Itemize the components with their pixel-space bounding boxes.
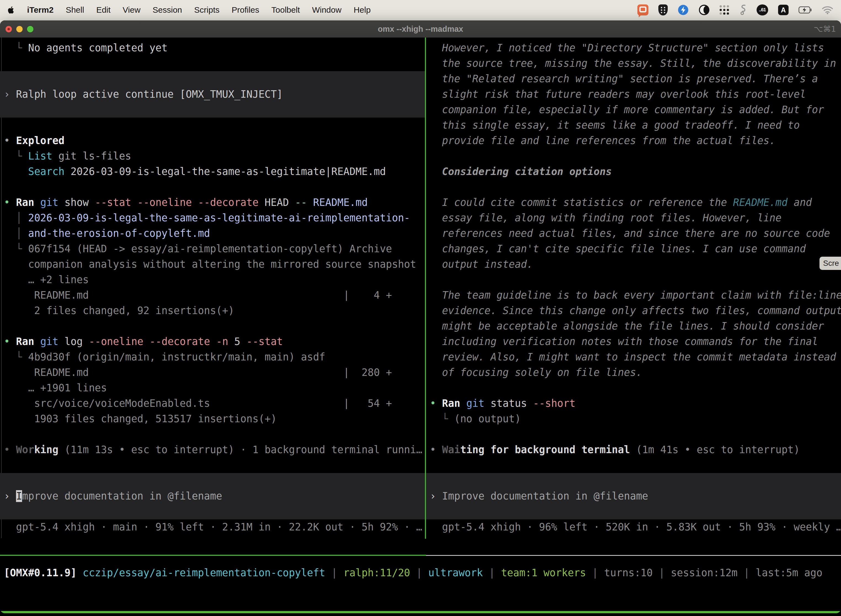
terminal-line: including verification notes with those … — [426, 334, 841, 349]
shield-icon[interactable] — [658, 4, 668, 15]
prompt-input[interactable]: › Improve documentation in @filename — [426, 488, 841, 504]
menu-item-shell[interactable]: Shell — [66, 5, 84, 15]
text-segment: List — [28, 150, 53, 162]
input-source-icon[interactable]: A — [778, 5, 788, 15]
terminal-pane-left[interactable]: └ No agents completed yet› Ralph loop ac… — [0, 38, 425, 538]
text-segment: | — [652, 567, 671, 579]
battery-glyph — [799, 6, 812, 13]
text-segment: ultrawork — [428, 567, 483, 579]
squiggle-icon[interactable] — [739, 4, 747, 16]
terminal-line — [0, 56, 425, 71]
terminal-line: … +2 lines — [0, 272, 425, 287]
text-segment: [OMX#0.11.9] — [4, 567, 77, 579]
text-segment: • — [430, 397, 442, 409]
text-segment: last:5m ago — [756, 567, 822, 579]
dots-grid-icon[interactable] — [719, 5, 729, 15]
text-segment: Ran — [16, 197, 34, 208]
text-segment — [143, 336, 149, 348]
title-bar: omx --xhigh --madmax ⌥⌘1 — [0, 21, 841, 38]
text-segment: 2026-03-09-is-legal-the-same-as-legitima… — [64, 166, 386, 177]
injected-command-banner: › Ralph loop active continue [OMX_TMUX_I… — [0, 87, 425, 102]
terminal-line: • Ran git show --stat --oneline --decora… — [0, 195, 425, 210]
terminal-line: companion analysis without altering the … — [0, 257, 425, 272]
text-segment — [210, 336, 216, 348]
text-segment: --oneline — [89, 336, 144, 348]
blue-bolt-badge-icon[interactable] — [678, 4, 689, 15]
text-segment: -- — [295, 197, 307, 208]
text-segment: and-the-erosion-of-copyleft.md — [28, 227, 210, 239]
text-segment: --oneline — [138, 197, 192, 208]
menu-item-iterm2[interactable]: iTerm2 — [27, 5, 54, 15]
wifi-icon[interactable] — [822, 6, 833, 14]
battery-icon[interactable] — [799, 6, 812, 13]
terminal-line — [426, 179, 841, 195]
text-segment — [4, 166, 28, 177]
text-segment: ting for background terminal — [460, 444, 630, 456]
chat-icon[interactable] — [637, 4, 648, 15]
text-segment: › — [4, 88, 16, 100]
text-segment: and — [788, 197, 812, 208]
text-segment: git ls-files — [53, 150, 131, 162]
menu-item-scripts[interactable]: Scripts — [194, 5, 220, 15]
menu-item-view[interactable]: View — [123, 5, 141, 15]
text-segment: references need actual files, and since … — [430, 227, 830, 239]
terminal-line: └ (no output) — [426, 411, 841, 427]
terminal-pane-right[interactable]: However, I noticed the "Directory Struct… — [426, 38, 841, 538]
chat-bubble — [639, 6, 646, 12]
text-segment: The team guideline is to back every impo… — [430, 289, 841, 301]
crescent-icon[interactable] — [699, 4, 710, 15]
text-segment: • — [430, 444, 442, 456]
text-segment — [131, 197, 138, 208]
terminal-line: └ List git ls-files — [0, 148, 425, 164]
text-segment: --decorate — [198, 197, 259, 208]
text-segment: companion analysis without altering the … — [4, 258, 416, 270]
text-segment: ralph:11/20 — [343, 567, 410, 579]
terminal-line — [0, 427, 425, 442]
text-segment — [34, 336, 40, 348]
text-segment: might be acceptable alongside the file l… — [430, 320, 824, 332]
menu-item-profiles[interactable]: Profiles — [231, 5, 259, 15]
menu-item-edit[interactable]: Edit — [96, 5, 111, 15]
text-segment: evidence. Since this change only affects… — [430, 305, 841, 317]
text-segment: -n — [216, 336, 228, 348]
terminal-line — [0, 102, 425, 117]
text-segment: this single essay, it seems like a good … — [430, 119, 800, 131]
terminal-line — [0, 458, 425, 473]
terminal-line: the source tree, missing the essay. Stil… — [426, 56, 841, 71]
terminal-line: • Explored — [0, 133, 425, 148]
text-segment: However, I noticed the "Directory Struct… — [430, 42, 824, 54]
terminal-line — [0, 473, 425, 488]
text-segment — [192, 197, 198, 208]
text-segment: gpt-5.4 xhigh · 96% left · 520K in · 5.8… — [430, 521, 841, 533]
text-segment: README.md | 4 + — [4, 289, 392, 301]
terminal-line: • Waiting for background terminal (1m 41… — [426, 442, 841, 458]
terminal-line — [0, 117, 425, 133]
terminal-line: might be acceptable alongside the file l… — [426, 318, 841, 334]
text-segment: the "Related research writing" section i… — [430, 73, 818, 85]
text-segment: No agents completed yet — [28, 42, 167, 54]
menu-item-toolbelt[interactable]: Toolbelt — [271, 5, 300, 15]
menu-item-window[interactable]: Window — [312, 5, 341, 15]
terminal-line: this single essay, it seems like a good … — [426, 117, 841, 133]
apple-icon — [8, 6, 15, 14]
text-segment: Ran — [442, 397, 460, 409]
text-segment: (11m 13s • esc to interrupt) · 1 backgro… — [59, 444, 422, 456]
text-segment — [77, 567, 83, 579]
apple-menu[interactable] — [8, 6, 15, 14]
text-segment: Ralph loop active continue [OMX_TMUX_INJ… — [16, 88, 283, 100]
text-segment: 2 files changed, 92 insertions(+) — [4, 305, 234, 317]
text-segment: Wor — [16, 444, 34, 456]
prompt-input[interactable]: › Improve documentation in @filename — [0, 488, 425, 504]
text-segment: of focusing solely on file lines. — [430, 367, 642, 378]
text-segment: Ran — [16, 336, 34, 348]
menu-item-session[interactable]: Session — [152, 5, 182, 15]
text-segment: … +2 lines — [4, 274, 89, 286]
percent-badge-icon[interactable]: ..61 — [757, 4, 768, 15]
text-segment: git — [40, 336, 59, 348]
terminal-line — [0, 504, 425, 519]
squiggle-glyph — [739, 4, 747, 16]
omx-status-line: [OMX#0.11.9] cczip/essay/ai-reimplementa… — [0, 566, 841, 580]
text-segment: README.md | 280 + — [4, 367, 392, 378]
text-segment: review. Also, I might want to inspect th… — [430, 351, 836, 363]
menu-item-help[interactable]: Help — [354, 5, 371, 15]
